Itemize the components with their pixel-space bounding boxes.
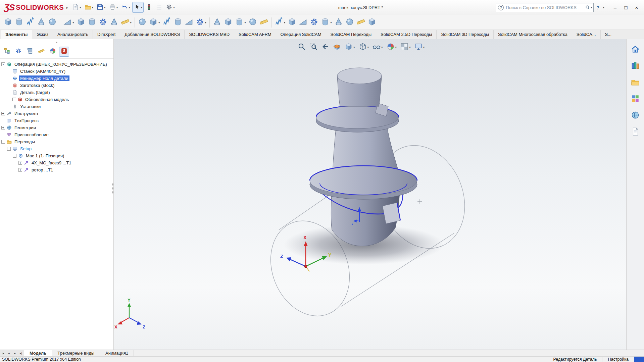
tree-item-stock[interactable]: Заготовка (stock) xyxy=(0,82,113,89)
maximize-button[interactable]: □ xyxy=(621,2,631,12)
options-button[interactable]: ▾ xyxy=(164,2,176,13)
collapse-icon[interactable]: - xyxy=(7,147,11,151)
graphics-area[interactable]: * X Y Z xyxy=(114,39,626,350)
dimxpertmanager-tab[interactable] xyxy=(36,47,46,57)
cam-toolbar-button[interactable] xyxy=(309,16,319,29)
collapse-icon[interactable]: - xyxy=(1,140,5,144)
panel-scroll-arrow-icon[interactable]: ▴ xyxy=(0,39,113,45)
sheet-nav-prev-button[interactable]: ◂ xyxy=(6,350,12,356)
dropdown-caret-icon[interactable]: ▾ xyxy=(158,21,160,24)
previous-view-button[interactable] xyxy=(320,42,330,52)
cam-toolbar-button[interactable] xyxy=(344,16,355,29)
tree-item-machine[interactable]: Станок (AKM4040_4Y) xyxy=(0,68,113,75)
display-style-button[interactable]: ▾ xyxy=(358,42,370,52)
dropdown-caret-icon[interactable]: ▾ xyxy=(353,46,355,49)
minimize-button[interactable]: – xyxy=(610,2,621,12)
help-caret-icon[interactable]: ▾ xyxy=(603,6,604,9)
dropdown-caret-icon[interactable]: ▾ xyxy=(381,46,383,49)
cam-toolbar-button[interactable] xyxy=(212,16,222,29)
open-button[interactable]: ▾ xyxy=(83,2,95,13)
dropdown-caret-icon[interactable]: ▾ xyxy=(244,21,246,24)
tree-item-geometries[interactable]: +Геометрии xyxy=(0,124,113,131)
command-tab-3[interactable]: DimXpert xyxy=(93,30,120,39)
cam-toolbar-button[interactable] xyxy=(223,16,234,29)
zoom-fit-button[interactable] xyxy=(297,42,306,52)
model-tab-1[interactable]: Трехмерные виды xyxy=(52,350,100,356)
sheet-nav-first-button[interactable]: |◂ xyxy=(0,350,6,356)
dropdown-caret-icon[interactable]: ▾ xyxy=(173,6,175,9)
dropdown-caret-icon[interactable]: ▾ xyxy=(104,6,106,9)
dropdown-caret-icon[interactable]: ▾ xyxy=(395,46,397,49)
dropdown-caret-icon[interactable]: ▾ xyxy=(141,6,143,9)
command-tab-8[interactable]: SolidCAM Переходы xyxy=(326,30,376,39)
design-library-button[interactable] xyxy=(629,60,642,72)
tree-item-operation[interactable]: -Операция (ШНЕК_КОНУС_ФРЕЗЕРОВАНИЕ) xyxy=(0,61,113,68)
cam-toolbar-button[interactable] xyxy=(36,16,47,29)
view-settings-button[interactable]: ▾ xyxy=(414,42,426,52)
cam-toolbar-button[interactable]: ▾ xyxy=(234,16,247,29)
model-tab-2[interactable]: Анимация1 xyxy=(100,350,134,356)
command-tab-11[interactable]: SolidCAM Многоосевая обработка xyxy=(494,30,572,39)
cam-toolbar-button[interactable] xyxy=(109,16,119,29)
file-explorer-button[interactable] xyxy=(629,77,642,88)
view-orientation-button[interactable]: ▾ xyxy=(344,42,356,52)
solidworks-resources-button[interactable] xyxy=(629,44,642,55)
toolbar-expand-icon[interactable]: ▸ xyxy=(66,6,68,9)
configurationmanager-tab[interactable] xyxy=(25,47,35,57)
save-button[interactable]: ▾ xyxy=(95,2,107,13)
cam-toolbar-button[interactable] xyxy=(287,16,297,29)
dropdown-caret-icon[interactable]: ▾ xyxy=(72,21,74,24)
model-checkbox[interactable] xyxy=(12,98,16,101)
propertymanager-tab[interactable] xyxy=(13,47,23,57)
cam-toolbar-button[interactable]: ▾ xyxy=(320,16,333,29)
close-button[interactable]: × xyxy=(631,2,642,12)
solidcam-manager-tab[interactable] xyxy=(59,47,69,57)
customize-label[interactable]: Настройка xyxy=(602,357,634,362)
cam-toolbar-button[interactable] xyxy=(14,16,24,29)
collapse-icon[interactable]: - xyxy=(13,154,16,158)
file-properties-button[interactable] xyxy=(154,2,164,13)
command-tab-4[interactable]: Добавления SOLIDWORKS xyxy=(120,30,185,39)
undo-button[interactable]: ▾ xyxy=(120,2,132,13)
zoom-area-button[interactable] xyxy=(309,42,318,52)
dropdown-caret-icon[interactable]: ▾ xyxy=(80,6,81,9)
section-view-button[interactable] xyxy=(332,42,342,52)
cam-toolbar-button[interactable] xyxy=(298,16,308,29)
tree-item-op-4x-mc-faces9[interactable]: +4X_MC_faces9 ...T1 xyxy=(0,159,113,166)
tree-item-mac-position[interactable]: -Мас 1 (1- Позиция) xyxy=(0,152,113,159)
dropdown-caret-icon[interactable]: ▾ xyxy=(116,6,118,9)
cam-toolbar-button[interactable] xyxy=(25,16,36,29)
expand-icon[interactable]: + xyxy=(1,112,5,115)
cam-toolbar-button[interactable] xyxy=(87,16,97,29)
rebuild-button[interactable] xyxy=(144,2,154,13)
expand-icon[interactable]: + xyxy=(18,161,22,165)
panel-splitter[interactable] xyxy=(112,183,113,195)
dropdown-caret-icon[interactable]: ▾ xyxy=(409,46,411,49)
cam-toolbar-button[interactable] xyxy=(366,16,377,29)
cam-toolbar-button[interactable] xyxy=(355,16,366,29)
command-tab-9[interactable]: SolidCAM 2.5D Переходы xyxy=(376,30,437,39)
dropdown-caret-icon[interactable]: ▾ xyxy=(423,46,425,49)
edit-appearance-button[interactable]: ▾ xyxy=(386,42,398,52)
tree-item-setup[interactable]: -Setup xyxy=(0,145,113,152)
tree-item-setups[interactable]: Установки xyxy=(0,103,113,110)
command-tab-1[interactable]: Эскиз xyxy=(32,30,53,39)
cam-toolbar-button[interactable] xyxy=(137,16,148,29)
tree-item-tool[interactable]: +Инструмент xyxy=(0,110,113,117)
search-icon[interactable] xyxy=(585,5,590,10)
collapse-icon[interactable]: - xyxy=(1,62,5,66)
dropdown-caret-icon[interactable]: ▾ xyxy=(284,21,286,24)
command-tab-10[interactable]: SolidCAM 3D Переходы xyxy=(437,30,494,39)
displaymanager-tab[interactable] xyxy=(48,47,58,57)
cam-toolbar-button[interactable]: ▾ xyxy=(274,16,287,29)
cam-toolbar-button[interactable] xyxy=(161,16,172,29)
cam-toolbar-button[interactable] xyxy=(184,16,194,29)
custom-properties-button[interactable] xyxy=(629,126,642,138)
view-palette-button[interactable] xyxy=(629,93,642,105)
appearances-scenes-button[interactable] xyxy=(629,110,642,121)
tree-item-operations[interactable]: -Переходы xyxy=(0,138,113,145)
tree-item-fixture[interactable]: Приспособление xyxy=(0,131,113,138)
tree-item-op-rotor[interactable]: +ротор ...T1 xyxy=(0,166,113,173)
command-tab-5[interactable]: SOLIDWORKS MBD xyxy=(185,30,234,39)
cam-toolbar-button[interactable] xyxy=(47,16,58,29)
